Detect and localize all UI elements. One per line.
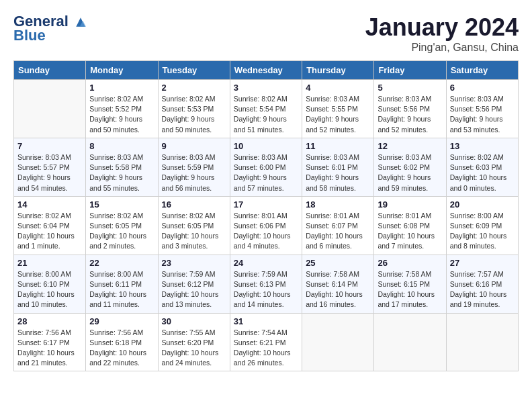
day-number: 16 <box>162 199 226 210</box>
day-number: 19 <box>378 199 442 210</box>
day-info: Sunrise: 7:57 AMSunset: 6:16 PMDaylight:… <box>450 269 515 310</box>
day-info: Sunrise: 8:03 AMSunset: 5:58 PMDaylight:… <box>89 152 154 193</box>
day-number: 1 <box>89 83 154 93</box>
calendar-week-row: 28Sunrise: 7:56 AMSunset: 6:17 PMDayligh… <box>14 313 519 371</box>
day-number: 27 <box>450 258 515 268</box>
day-info: Sunrise: 8:02 AMSunset: 6:05 PMDaylight:… <box>162 211 226 252</box>
calendar-cell: 31Sunrise: 7:54 AMSunset: 6:21 PMDayligh… <box>230 313 302 371</box>
day-info: Sunrise: 8:02 AMSunset: 6:04 PMDaylight:… <box>17 211 82 252</box>
day-info: Sunrise: 8:03 AMSunset: 5:56 PMDaylight:… <box>450 94 515 135</box>
day-number: 9 <box>162 141 226 151</box>
day-info: Sunrise: 7:56 AMSunset: 6:17 PMDaylight:… <box>17 328 82 369</box>
day-number: 5 <box>378 83 442 93</box>
calendar-cell: 24Sunrise: 7:59 AMSunset: 6:13 PMDayligh… <box>230 255 302 313</box>
day-info: Sunrise: 7:56 AMSunset: 6:18 PMDaylight:… <box>89 328 154 369</box>
logo-blue-text: Blue <box>13 27 46 44</box>
calendar-cell: 13Sunrise: 8:02 AMSunset: 6:03 PMDayligh… <box>446 138 518 196</box>
day-number: 2 <box>162 83 226 93</box>
day-number: 24 <box>234 258 298 268</box>
day-number: 15 <box>89 199 154 210</box>
day-number: 23 <box>162 258 226 268</box>
page-header: General Blue January 2024 Ping'an, Gansu… <box>13 13 519 54</box>
calendar-cell: 9Sunrise: 8:03 AMSunset: 5:59 PMDaylight… <box>158 138 230 196</box>
calendar-cell: 16Sunrise: 8:02 AMSunset: 6:05 PMDayligh… <box>158 196 230 255</box>
calendar-cell: 14Sunrise: 8:02 AMSunset: 6:04 PMDayligh… <box>14 196 86 255</box>
calendar-cell: 5Sunrise: 8:03 AMSunset: 5:56 PMDaylight… <box>374 80 446 138</box>
day-info: Sunrise: 8:00 AMSunset: 6:11 PMDaylight:… <box>89 269 154 310</box>
day-number: 25 <box>306 258 370 268</box>
day-info: Sunrise: 8:03 AMSunset: 5:59 PMDaylight:… <box>162 152 226 193</box>
day-header-wednesday: Wednesday <box>230 61 302 80</box>
day-info: Sunrise: 8:03 AMSunset: 6:00 PMDaylight:… <box>234 152 298 193</box>
day-number: 20 <box>450 199 515 210</box>
day-number: 17 <box>234 199 298 210</box>
day-header-thursday: Thursday <box>302 61 374 80</box>
calendar-cell: 19Sunrise: 8:01 AMSunset: 6:08 PMDayligh… <box>374 196 446 255</box>
day-header-saturday: Saturday <box>446 61 518 80</box>
calendar-week-row: 1Sunrise: 8:02 AMSunset: 5:52 PMDaylight… <box>14 80 519 138</box>
day-number: 14 <box>17 199 82 210</box>
calendar-cell: 21Sunrise: 8:00 AMSunset: 6:10 PMDayligh… <box>14 255 86 313</box>
day-info: Sunrise: 8:02 AMSunset: 5:52 PMDaylight:… <box>89 94 154 135</box>
calendar-cell: 23Sunrise: 7:59 AMSunset: 6:12 PMDayligh… <box>158 255 230 313</box>
calendar-cell: 17Sunrise: 8:01 AMSunset: 6:06 PMDayligh… <box>230 196 302 255</box>
month-title: January 2024 <box>365 13 519 42</box>
calendar-cell <box>446 313 518 371</box>
calendar-cell <box>374 313 446 371</box>
day-number: 29 <box>89 316 154 326</box>
calendar-week-row: 7Sunrise: 8:03 AMSunset: 5:57 PMDaylight… <box>14 138 519 196</box>
day-info: Sunrise: 8:00 AMSunset: 6:09 PMDaylight:… <box>450 211 515 252</box>
day-number: 12 <box>378 141 442 151</box>
calendar-cell <box>14 80 86 138</box>
logo: General Blue <box>13 13 87 44</box>
calendar-cell: 30Sunrise: 7:55 AMSunset: 6:20 PMDayligh… <box>158 313 230 371</box>
day-info: Sunrise: 8:03 AMSunset: 6:02 PMDaylight:… <box>378 152 442 193</box>
calendar-cell: 11Sunrise: 8:03 AMSunset: 6:01 PMDayligh… <box>302 138 374 196</box>
calendar-cell: 15Sunrise: 8:02 AMSunset: 6:05 PMDayligh… <box>86 196 158 255</box>
calendar-cell: 18Sunrise: 8:01 AMSunset: 6:07 PMDayligh… <box>302 196 374 255</box>
location-subtitle: Ping'an, Gansu, China <box>365 42 519 54</box>
day-info: Sunrise: 7:58 AMSunset: 6:14 PMDaylight:… <box>306 269 370 310</box>
day-number: 3 <box>234 83 298 93</box>
calendar-table: SundayMondayTuesdayWednesdayThursdayFrid… <box>13 60 519 371</box>
calendar-cell: 4Sunrise: 8:03 AMSunset: 5:55 PMDaylight… <box>302 80 374 138</box>
calendar-cell: 27Sunrise: 7:57 AMSunset: 6:16 PMDayligh… <box>446 255 518 313</box>
calendar-cell: 29Sunrise: 7:56 AMSunset: 6:18 PMDayligh… <box>86 313 158 371</box>
calendar-cell: 22Sunrise: 8:00 AMSunset: 6:11 PMDayligh… <box>86 255 158 313</box>
calendar-cell: 12Sunrise: 8:03 AMSunset: 6:02 PMDayligh… <box>374 138 446 196</box>
calendar-cell: 25Sunrise: 7:58 AMSunset: 6:14 PMDayligh… <box>302 255 374 313</box>
day-number: 7 <box>17 141 82 151</box>
calendar-cell: 28Sunrise: 7:56 AMSunset: 6:17 PMDayligh… <box>14 313 86 371</box>
day-header-monday: Monday <box>86 61 158 80</box>
calendar-cell: 26Sunrise: 7:58 AMSunset: 6:15 PMDayligh… <box>374 255 446 313</box>
calendar-cell: 3Sunrise: 8:02 AMSunset: 5:54 PMDaylight… <box>230 80 302 138</box>
day-info: Sunrise: 8:01 AMSunset: 6:07 PMDaylight:… <box>306 211 370 252</box>
day-number: 6 <box>450 83 515 93</box>
day-info: Sunrise: 7:58 AMSunset: 6:15 PMDaylight:… <box>378 269 442 310</box>
calendar-week-row: 14Sunrise: 8:02 AMSunset: 6:04 PMDayligh… <box>14 196 519 255</box>
day-info: Sunrise: 7:55 AMSunset: 6:20 PMDaylight:… <box>162 328 226 369</box>
day-number: 28 <box>17 316 82 326</box>
day-info: Sunrise: 8:02 AMSunset: 5:54 PMDaylight:… <box>234 94 298 135</box>
day-number: 18 <box>306 199 370 210</box>
day-number: 31 <box>234 316 298 326</box>
day-info: Sunrise: 8:02 AMSunset: 5:53 PMDaylight:… <box>162 94 226 135</box>
calendar-cell: 20Sunrise: 8:00 AMSunset: 6:09 PMDayligh… <box>446 196 518 255</box>
day-info: Sunrise: 8:03 AMSunset: 5:57 PMDaylight:… <box>17 152 82 193</box>
day-header-friday: Friday <box>374 61 446 80</box>
day-number: 26 <box>378 258 442 268</box>
day-info: Sunrise: 8:00 AMSunset: 6:10 PMDaylight:… <box>17 269 82 310</box>
day-info: Sunrise: 7:59 AMSunset: 6:12 PMDaylight:… <box>162 269 226 310</box>
day-number: 21 <box>17 258 82 268</box>
day-info: Sunrise: 8:02 AMSunset: 6:05 PMDaylight:… <box>89 211 154 252</box>
day-info: Sunrise: 8:03 AMSunset: 5:56 PMDaylight:… <box>378 94 442 135</box>
calendar-cell: 10Sunrise: 8:03 AMSunset: 6:00 PMDayligh… <box>230 138 302 196</box>
day-info: Sunrise: 7:54 AMSunset: 6:21 PMDaylight:… <box>234 328 298 369</box>
day-number: 13 <box>450 141 515 151</box>
day-info: Sunrise: 8:01 AMSunset: 6:06 PMDaylight:… <box>234 211 298 252</box>
calendar-week-row: 21Sunrise: 8:00 AMSunset: 6:10 PMDayligh… <box>14 255 519 313</box>
calendar-cell: 7Sunrise: 8:03 AMSunset: 5:57 PMDaylight… <box>14 138 86 196</box>
day-number: 11 <box>306 141 370 151</box>
day-number: 22 <box>89 258 154 268</box>
calendar-cell: 8Sunrise: 8:03 AMSunset: 5:58 PMDaylight… <box>86 138 158 196</box>
